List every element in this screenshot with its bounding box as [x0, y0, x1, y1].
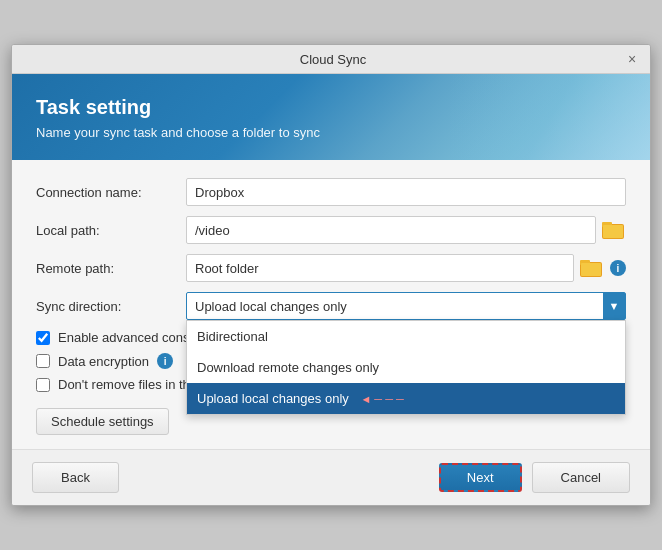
- svg-rect-2: [603, 225, 623, 238]
- local-path-field: [186, 216, 626, 244]
- header-banner: Task setting Name your sync task and cho…: [12, 74, 650, 160]
- connection-name-input[interactable]: [186, 178, 626, 206]
- connection-name-row: Connection name:: [36, 178, 626, 206]
- selection-arrow-icon: ◄ ─ ─ ─: [360, 393, 403, 405]
- cancel-button[interactable]: Cancel: [532, 462, 630, 493]
- remote-path-row: Remote path: i: [36, 254, 626, 282]
- dont-remove-checkbox[interactable]: [36, 378, 50, 392]
- sync-direction-value: Upload local changes only: [195, 299, 347, 314]
- local-path-label: Local path:: [36, 223, 186, 238]
- remote-path-field: i: [186, 254, 626, 282]
- local-path-input[interactable]: [186, 216, 596, 244]
- enable-advanced-checkbox[interactable]: [36, 331, 50, 345]
- remote-path-input[interactable]: [186, 254, 574, 282]
- local-path-folder-icon[interactable]: [602, 219, 626, 241]
- data-encryption-label: Data encryption: [58, 354, 149, 369]
- dropdown-option-upload[interactable]: Upload local changes only ◄ ─ ─ ─: [187, 383, 625, 414]
- next-button[interactable]: Next: [439, 463, 522, 492]
- dropdown-option-bidirectional[interactable]: Bidirectional: [187, 321, 625, 352]
- sync-direction-field: Upload local changes only ▼ Bidirectiona…: [186, 292, 626, 320]
- close-button[interactable]: ×: [624, 51, 640, 67]
- form-content: Connection name: Local path: Re: [12, 160, 650, 449]
- sync-direction-row: Sync direction: Upload local changes onl…: [36, 292, 626, 320]
- footer: Back Next Cancel: [12, 449, 650, 505]
- page-subtitle: Name your sync task and choose a folder …: [36, 125, 626, 140]
- data-encryption-info-icon[interactable]: i: [157, 353, 173, 369]
- sync-direction-selected[interactable]: Upload local changes only ▼: [186, 292, 626, 320]
- remote-path-folder-icon[interactable]: [580, 257, 604, 279]
- back-button[interactable]: Back: [32, 462, 119, 493]
- data-encryption-checkbox[interactable]: [36, 354, 50, 368]
- window-title: Cloud Sync: [42, 52, 624, 67]
- sync-direction-dropdown[interactable]: Upload local changes only ▼ Bidirectiona…: [186, 292, 626, 320]
- connection-name-label: Connection name:: [36, 185, 186, 200]
- sync-direction-label: Sync direction:: [36, 299, 186, 314]
- sync-direction-menu: Bidirectional Download remote changes on…: [186, 320, 626, 415]
- schedule-settings-button[interactable]: Schedule settings: [36, 408, 169, 435]
- connection-name-field: [186, 178, 626, 206]
- titlebar: Cloud Sync ×: [12, 45, 650, 74]
- page-title: Task setting: [36, 96, 626, 119]
- remote-path-info-icon[interactable]: i: [610, 260, 626, 276]
- dropdown-option-download[interactable]: Download remote changes only: [187, 352, 625, 383]
- dropdown-arrow-icon: ▼: [603, 293, 625, 319]
- cloud-sync-window: Cloud Sync × Task setting Name your sync…: [11, 44, 651, 506]
- footer-right: Next Cancel: [439, 462, 630, 493]
- remote-path-label: Remote path:: [36, 261, 186, 276]
- svg-rect-5: [581, 263, 601, 276]
- local-path-row: Local path:: [36, 216, 626, 244]
